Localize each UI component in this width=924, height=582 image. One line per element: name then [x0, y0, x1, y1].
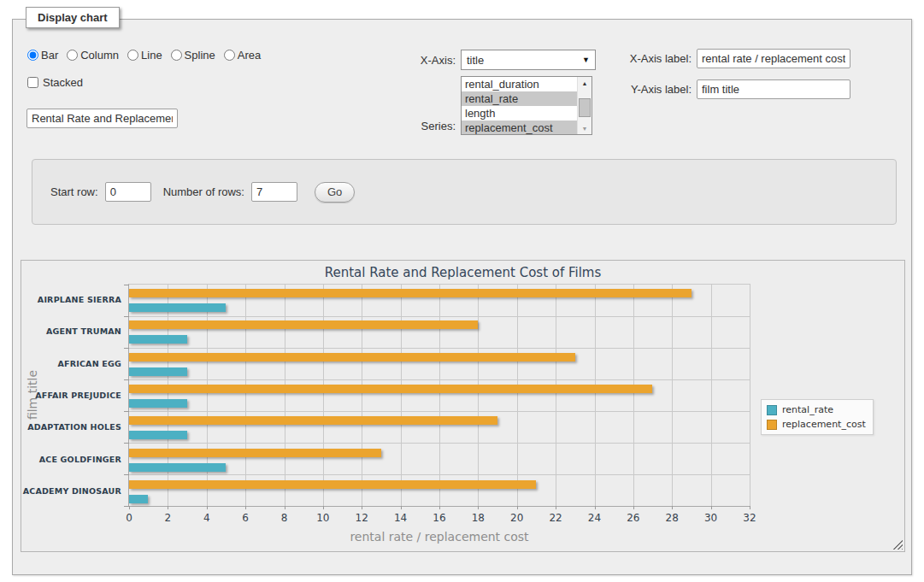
category-row: [129, 349, 750, 380]
bar-replacement_cost[interactable]: [129, 449, 381, 457]
bar-rental_rate[interactable]: [129, 431, 187, 439]
chart-title-input[interactable]: [26, 109, 178, 128]
radio-bar[interactable]: Bar: [27, 49, 58, 62]
chart-legend: rental_ratereplacement_cost: [761, 399, 874, 435]
x-tick-label: 26: [627, 512, 639, 524]
x-tick-label: 18: [472, 512, 485, 524]
category-row: [129, 285, 750, 316]
radio-area[interactable]: Area: [224, 49, 261, 62]
series-option-rental_rate[interactable]: rental_rate: [462, 91, 577, 106]
x-tick-mark: [750, 506, 750, 509]
radio-line[interactable]: Line: [127, 49, 162, 62]
bar-rental_rate[interactable]: [129, 495, 148, 503]
series-option-rental_duration[interactable]: rental_duration: [462, 77, 577, 91]
legend-item-replacement_cost[interactable]: replacement_cost: [767, 419, 866, 430]
scroll-down-icon[interactable]: ▼: [578, 122, 591, 134]
stacked-label: Stacked: [43, 76, 83, 89]
dropdown-arrow-icon: ▼: [582, 56, 590, 64]
category-row: [129, 476, 750, 508]
chart-container: Rental Rate and Replacement Cost of Film…: [21, 260, 905, 552]
y-axis-label-input[interactable]: [697, 79, 850, 99]
series-option-replacement_cost[interactable]: replacement_cost: [462, 121, 577, 135]
x-axis-selected-value: title: [467, 54, 582, 67]
plot-area: 02468101214161820222426283032: [128, 284, 750, 507]
legend-swatch: [767, 420, 777, 430]
category-row: [129, 380, 750, 412]
x-axis-select[interactable]: title ▼: [461, 50, 596, 70]
scrollbar-thumb[interactable]: [579, 98, 591, 117]
stacked-checkbox[interactable]: [27, 77, 38, 88]
category-row: [129, 316, 750, 348]
bar-rental_rate[interactable]: [129, 463, 226, 472]
x-axis-label-caption: X-Axis label:: [616, 52, 692, 65]
bar-rental_rate[interactable]: [129, 367, 187, 376]
number-of-rows-input[interactable]: [251, 182, 297, 202]
x-tick-label: 30: [704, 512, 717, 524]
series-label: Series:: [406, 120, 456, 135]
bar-replacement_cost[interactable]: [129, 385, 652, 393]
fieldset-legend: Display chart: [26, 7, 120, 28]
bar-rental_rate[interactable]: [129, 335, 187, 344]
radio-column[interactable]: Column: [67, 49, 119, 62]
x-tick-label: 12: [356, 512, 368, 524]
start-row-input[interactable]: [105, 182, 151, 202]
series-option-length[interactable]: length: [462, 106, 577, 121]
series-scrollbar[interactable]: ▲ ▼: [577, 77, 591, 134]
start-row-label: Start row:: [50, 185, 98, 198]
go-button[interactable]: Go: [315, 182, 355, 203]
x-tick-label: 24: [588, 512, 601, 524]
chart-title: Rental Rate and Replacement Cost of Film…: [21, 265, 904, 280]
legend-item-rental_rate[interactable]: rental_rate: [767, 404, 866, 415]
y-axis-title: film title: [26, 284, 43, 507]
category-row: [129, 412, 750, 444]
bar-rental_rate[interactable]: [129, 399, 187, 408]
x-tick-label: 20: [510, 512, 523, 524]
bar-replacement_cost[interactable]: [129, 320, 478, 329]
x-axis-label-input[interactable]: [697, 49, 850, 68]
x-tick-label: 14: [394, 512, 407, 524]
number-of-rows-label: Number of rows:: [163, 185, 244, 198]
resize-handle-icon[interactable]: [892, 539, 903, 550]
bar-replacement_cost[interactable]: [129, 480, 536, 489]
display-chart-fieldset: BarColumnLineSplineArea Stacked X-Axis: …: [12, 19, 912, 575]
radio-column-input[interactable]: [67, 50, 78, 61]
bar-replacement_cost[interactable]: [129, 353, 575, 362]
radio-area-input[interactable]: [224, 50, 235, 61]
legend-swatch: [767, 405, 777, 415]
x-tick-label: 22: [549, 512, 562, 524]
radio-spline[interactable]: Spline: [171, 49, 215, 62]
x-tick-label: 4: [203, 512, 210, 524]
series-listbox[interactable]: rental_durationrental_ratelengthreplacem…: [461, 76, 592, 135]
x-tick-label: 32: [743, 512, 756, 524]
scroll-up-icon[interactable]: ▲: [578, 77, 591, 89]
chart-type-group: BarColumnLineSplineArea: [27, 49, 266, 62]
x-tick-label: 6: [242, 512, 249, 524]
radio-bar-input[interactable]: [27, 50, 38, 61]
radio-spline-input[interactable]: [171, 50, 182, 61]
x-tick-label: 8: [281, 512, 288, 524]
bar-rental_rate[interactable]: [129, 303, 226, 312]
row-range-panel: Start row: Number of rows: Go: [32, 159, 897, 225]
category-row: [129, 444, 750, 475]
x-axis-title: rental rate / replacement cost: [128, 530, 750, 544]
x-tick-label: 16: [433, 512, 445, 524]
x-tick-label: 2: [165, 512, 172, 524]
x-tick-label: 28: [666, 512, 679, 524]
bar-replacement_cost[interactable]: [129, 416, 497, 425]
x-tick-label: 10: [316, 512, 329, 524]
radio-line-input[interactable]: [127, 50, 138, 61]
y-axis-label-caption: Y-Axis label:: [616, 83, 692, 96]
x-tick-label: 0: [126, 512, 132, 524]
bar-replacement_cost[interactable]: [129, 289, 692, 297]
x-axis-label: X-Axis:: [406, 54, 456, 67]
